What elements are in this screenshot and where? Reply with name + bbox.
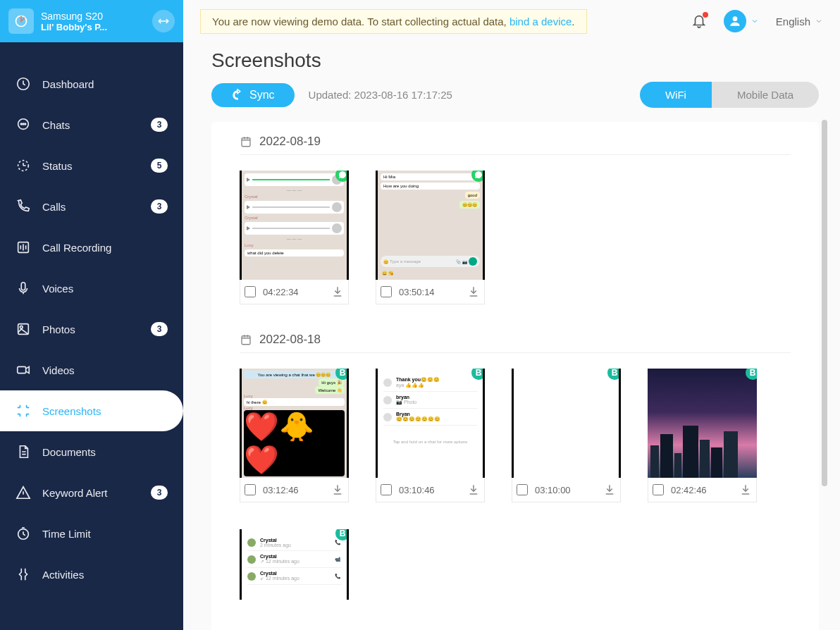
screenshot-footer: 03:10:46: [376, 478, 485, 502]
screenshot-thumb[interactable]: B Crystal2 minutes ago📞 Crystal↗ 12 minu…: [240, 529, 349, 600]
screenshot-thumb[interactable]: B You are viewing a chat that we 😊😊😊 Hi …: [240, 369, 349, 478]
svg-point-13: [732, 16, 737, 21]
screenshot-checkbox[interactable]: [381, 484, 392, 495]
app-badge-icon: B: [471, 369, 485, 380]
nav-screenshots[interactable]: Screenshots: [0, 390, 183, 431]
dashboard-icon: [16, 76, 31, 92]
app-badge-icon: B: [607, 369, 621, 380]
banner-text: You are now viewing demo data. To start …: [212, 16, 509, 27]
screenshot-thumb[interactable]: B Thank you😊😊😊aya 👍👍👍 bryan📷 Photo Bryan…: [376, 369, 485, 478]
download-button[interactable]: [331, 285, 344, 298]
screenshot-time: 03:12:46: [263, 485, 324, 495]
device-header[interactable]: Samsung S20 Lil' Bobby's P...: [0, 0, 183, 42]
notifications-button[interactable]: [691, 13, 707, 29]
nav-label: Status: [42, 160, 140, 172]
svg-point-4: [23, 123, 24, 125]
language-selector[interactable]: English: [776, 16, 823, 27]
updated-timestamp: Updated: 2023-08-16 17:17:25: [309, 89, 452, 101]
app-badge-icon: B: [335, 369, 349, 380]
screenshot-item[interactable]: B You are viewing a chat that we 😊😊😊 Hi …: [240, 369, 349, 502]
screenshot-item[interactable]: Hi Mia How are you doing good 😊😊😊 😊Type …: [376, 171, 485, 304]
nav-activities[interactable]: Activities: [0, 554, 183, 595]
nav: Dashboard Chats 3 Status 5 Calls 3 Call …: [0, 42, 183, 595]
svg-rect-14: [242, 138, 250, 147]
svg-rect-8: [21, 283, 25, 290]
nav-label: Calls: [42, 201, 140, 213]
screenshot-item[interactable]: B: [648, 369, 757, 502]
nav-badge: 5: [151, 159, 168, 173]
wifi-toggle[interactable]: WiFi: [640, 82, 712, 108]
screenshot-item[interactable]: B 03:10:00: [512, 369, 621, 502]
download-button[interactable]: [603, 483, 616, 496]
screenshot-icon: [16, 403, 31, 419]
calendar-icon: [240, 135, 252, 148]
topbar-right: English: [691, 10, 823, 32]
swap-device-button[interactable]: [152, 10, 175, 32]
screenshot-footer: 04:22:34: [240, 280, 349, 304]
svg-rect-15: [242, 336, 250, 345]
screenshot-thumb[interactable]: Hi Mia How are you doing good 😊😊😊 😊Type …: [376, 171, 485, 280]
mobile-data-toggle[interactable]: Mobile Data: [712, 82, 819, 108]
screenshot-checkbox[interactable]: [245, 484, 256, 495]
language-label: English: [776, 16, 810, 27]
svg-point-5: [25, 123, 26, 125]
scrollbar-thumb[interactable]: [822, 120, 827, 486]
connection-toggle: WiFi Mobile Data: [640, 82, 819, 108]
nav-label: Keyword Alert: [42, 487, 140, 499]
nav-chats[interactable]: Chats 3: [0, 104, 183, 145]
nav-calls[interactable]: Calls 3: [0, 186, 183, 227]
screenshot-time: 02:42:46: [671, 485, 732, 495]
screenshot-thumb[interactable]: — — — Crystal Crystal — — — Lucy what di…: [240, 171, 349, 280]
screenshot-item[interactable]: B Crystal2 minutes ago📞 Crystal↗ 12 minu…: [240, 529, 349, 600]
scrollbar[interactable]: [817, 0, 829, 630]
device-subtitle: Lil' Bobby's P...: [41, 22, 145, 32]
main: You are now viewing demo data. To start …: [183, 0, 840, 630]
download-button[interactable]: [467, 483, 480, 496]
date-label: 2022-08-18: [259, 333, 321, 347]
user-menu[interactable]: [724, 10, 759, 32]
mic-icon: [16, 280, 31, 296]
app-badge-icon: B: [335, 529, 349, 541]
nav-photos[interactable]: Photos 3: [0, 309, 183, 350]
screenshot-checkbox[interactable]: [381, 286, 392, 297]
screenshot-footer: 03:12:46: [240, 478, 349, 502]
nav-voices[interactable]: Voices: [0, 268, 183, 309]
nav-videos[interactable]: Videos: [0, 350, 183, 390]
nav-keyword-alert[interactable]: Keyword Alert 3: [0, 472, 183, 513]
screenshot-item[interactable]: B Thank you😊😊😊aya 👍👍👍 bryan📷 Photo Bryan…: [376, 369, 485, 502]
screenshot-thumb[interactable]: B: [512, 369, 621, 478]
device-info: Samsung S20 Lil' Bobby's P...: [41, 11, 145, 32]
banner-text-end: .: [572, 16, 574, 27]
screenshot-thumb[interactable]: B: [648, 369, 757, 478]
sidebar: Samsung S20 Lil' Bobby's P... Dashboard …: [0, 0, 183, 630]
screenshot-checkbox[interactable]: [517, 484, 528, 495]
alert-icon: [16, 485, 31, 500]
nav-status[interactable]: Status 5: [0, 145, 183, 186]
notification-dot-icon: [703, 12, 708, 18]
controls-row: Sync Updated: 2023-08-16 17:17:25 WiFi M…: [211, 82, 819, 108]
svg-point-10: [20, 326, 23, 328]
screenshot-time: 03:10:00: [535, 485, 596, 495]
bind-device-link[interactable]: bind a device: [509, 16, 572, 27]
sync-label: Sync: [249, 89, 275, 101]
nav-label: Call Recording: [42, 242, 168, 254]
screenshot-checkbox[interactable]: [653, 484, 664, 495]
nav-label: Dashboard: [42, 78, 168, 90]
nav-time-limit[interactable]: Time Limit: [0, 513, 183, 554]
download-button[interactable]: [467, 285, 480, 298]
download-button[interactable]: [739, 483, 752, 496]
nav-badge: 3: [151, 118, 168, 132]
screenshot-time: 03:10:46: [399, 485, 460, 495]
app-logo-icon: [8, 8, 34, 34]
nav-call-recording[interactable]: Call Recording: [0, 227, 183, 268]
date-header: 2022-08-18: [240, 333, 791, 353]
sync-button[interactable]: Sync: [211, 83, 295, 107]
nav-label: Voices: [42, 283, 168, 295]
screenshot-item[interactable]: — — — Crystal Crystal — — — Lucy what di…: [240, 171, 349, 304]
download-button[interactable]: [331, 483, 344, 496]
nav-documents[interactable]: Documents: [0, 431, 183, 472]
nav-dashboard[interactable]: Dashboard: [0, 63, 183, 104]
chats-icon: [16, 117, 31, 132]
device-name: Samsung S20: [41, 11, 145, 22]
screenshot-checkbox[interactable]: [245, 286, 256, 297]
